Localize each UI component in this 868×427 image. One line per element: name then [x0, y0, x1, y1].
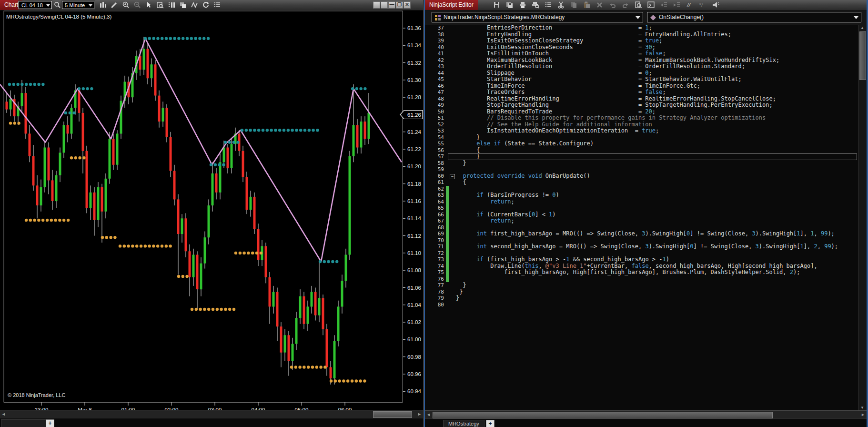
titlebar-button[interactable] — [373, 1, 380, 9]
find-icon[interactable] — [634, 1, 643, 9]
save-all-icon[interactable] — [505, 1, 514, 9]
minimize-button[interactable]: — — [388, 1, 395, 9]
instrument-selector[interactable]: CL 04-18 — [19, 1, 52, 9]
code-line-49[interactable]: 49 StopTargetHandling = StopTargetHandli… — [425, 102, 858, 109]
interval-selector[interactable]: 5 Minute — [62, 1, 94, 9]
properties-icon[interactable] — [544, 1, 553, 9]
zoom-out-icon[interactable] — [133, 1, 141, 9]
chart-style-icon[interactable] — [99, 1, 107, 9]
code-line-39[interactable]: 39 IsExitOnSessionCloseStrategy = true; — [425, 38, 858, 44]
code-line-56[interactable]: 56 { — [425, 147, 858, 154]
scroll-left-icon[interactable]: ◄ — [426, 412, 431, 417]
code-line-53[interactable]: 53 IsInstantiatedOnEachOptimizationItera… — [425, 128, 858, 134]
uncomment-icon[interactable]: */ — [698, 1, 707, 9]
code-line-57[interactable]: 57 } — [425, 153, 858, 160]
code-line-42[interactable]: 42 MaximumBarsLookBack = MaximumBarsLook… — [425, 57, 858, 64]
code-line-64[interactable]: 64 return; — [425, 199, 858, 205]
chart-new-tab-button[interactable]: + — [46, 419, 54, 427]
paste-icon[interactable] — [583, 1, 591, 9]
code-line-51[interactable]: 51 // Disable this property for performa… — [425, 115, 858, 122]
chart-tab[interactable] — [1, 419, 52, 427]
zoom-in-icon[interactable] — [121, 1, 130, 9]
code-line-47[interactable]: 47 TraceOrders = false; — [425, 89, 858, 96]
scroll-left-icon[interactable]: ◄ — [1, 412, 6, 417]
code-line-62[interactable]: 62 — [425, 186, 858, 193]
redo-icon[interactable] — [621, 1, 630, 9]
code-line-60[interactable]: 60− protected override void OnBarUpdate(… — [425, 173, 858, 180]
fold-collapse-icon[interactable]: − — [449, 173, 456, 180]
copy-icon[interactable] — [570, 1, 578, 9]
scroll-down-icon[interactable]: ▼ — [860, 406, 864, 410]
print-preview-icon[interactable] — [531, 1, 540, 9]
editor-new-tab-button[interactable]: + — [486, 420, 495, 427]
code-line-52[interactable]: 52 // See the Help Guide for additional … — [425, 122, 858, 128]
code-line-43[interactable]: 43 OrderFillResolution = OrderFillResolu… — [425, 63, 858, 70]
editor-horizontal-scrollbar[interactable]: ◄ ► — [425, 410, 867, 419]
titlebar-button[interactable] — [381, 1, 388, 9]
code-line-66[interactable]: 66 if (CurrentBars[0] < 1) — [425, 212, 858, 218]
code-line-77[interactable]: 77 } — [425, 282, 858, 289]
editor-tab-mrostrategy[interactable]: MROstrategy — [443, 420, 484, 427]
comment-icon[interactable]: // — [686, 1, 694, 9]
code-line-50[interactable]: 50 BarsRequiredToTrade = 20; — [425, 109, 858, 115]
properties-icon[interactable] — [213, 1, 222, 9]
code-line-67[interactable]: 67 return; — [425, 218, 858, 224]
code-line-48[interactable]: 48 RealtimeErrorHandling = RealtimeError… — [425, 96, 858, 102]
close-button[interactable]: ✕ — [404, 1, 411, 9]
code-line-54[interactable]: 54 } — [425, 134, 858, 141]
code-line-80[interactable]: 80 — [425, 302, 858, 308]
code-line-38[interactable]: 38 EntryHandling = EntryHandling.AllEntr… — [425, 31, 858, 38]
code-line-74[interactable]: 74 Draw.Line(this, @"v3 Line_1"+CurrentB… — [425, 263, 858, 270]
code-line-44[interactable]: 44 Slippage = 0; — [425, 70, 858, 77]
scroll-right-icon[interactable]: ► — [861, 412, 865, 417]
code-editor[interactable]: 37 EntriesPerDirection = 1;38 EntryHandl… — [425, 25, 858, 411]
editor-vertical-scrollbar[interactable]: ▲ ▼ — [858, 25, 867, 411]
class-dropdown[interactable]: NinjaTrader.NinjaScript.Strategies.MROst… — [432, 12, 643, 22]
cut-icon[interactable] — [557, 1, 565, 9]
code-line-63[interactable]: 63 if (BarsInProgress != 0) — [425, 192, 858, 199]
editor-vscrollbar-thumb[interactable] — [859, 31, 866, 80]
code-line-76[interactable]: 76 — [425, 276, 858, 283]
code-line-46[interactable]: 46 TimeInForce = TimeInForce.Gtc; — [425, 83, 858, 90]
code-line-45[interactable]: 45 StartBehavior = StartBehavior.WaitUnt… — [425, 76, 858, 83]
code-line-78[interactable]: 78 } — [425, 289, 858, 295]
code-line-75[interactable]: 75 first_high_barsAgo, High[first_high_b… — [425, 269, 858, 276]
reload-icon[interactable] — [202, 1, 210, 9]
chart-horizontal-scrollbar[interactable]: ◄ ► — [0, 410, 423, 418]
code-line-69[interactable]: 69 int first_high_barsAgo = MRO(() => Sw… — [425, 231, 858, 237]
grid-icon[interactable] — [167, 1, 176, 9]
compile-icon[interactable] — [711, 1, 720, 9]
data-box-icon[interactable] — [156, 1, 164, 9]
code-line-59[interactable]: 59 — [425, 166, 858, 173]
code-line-71[interactable]: 71 int second_high_barsAgo = MRO(() => S… — [425, 244, 858, 250]
print-icon[interactable] — [518, 1, 527, 9]
cursor-icon[interactable] — [144, 1, 153, 9]
pencil-icon[interactable] — [110, 1, 119, 9]
scroll-right-icon[interactable]: ► — [417, 412, 422, 417]
restore-button[interactable]: ❐ — [396, 1, 403, 9]
delete-icon[interactable] — [595, 1, 604, 9]
output-icon[interactable] — [647, 1, 656, 9]
undo-icon[interactable] — [608, 1, 617, 9]
save-icon[interactable] — [493, 1, 501, 9]
outdent-icon[interactable] — [660, 1, 668, 9]
method-dropdown[interactable]: OnStateChange() — [647, 12, 861, 22]
code-line-55[interactable]: 55 else if (State == State.Configure) — [425, 141, 858, 147]
code-line-73[interactable]: 73 if (first_high_barsAgo > -1 && second… — [425, 256, 858, 263]
price-chart-canvas[interactable]: 61.3661.3461.3261.3061.2861.2661.2461.22… — [0, 10, 423, 418]
layers-icon[interactable] — [179, 1, 187, 9]
search-icon[interactable] — [53, 1, 61, 9]
code-line-72[interactable]: 72 — [425, 250, 858, 257]
chart-scrollbar-thumb[interactable] — [373, 411, 412, 418]
code-line-61[interactable]: 61 { — [425, 179, 858, 186]
code-line-65[interactable]: 65 — [425, 205, 858, 212]
code-line-41[interactable]: 41 IsFillLimitOnTouch = false; — [425, 51, 858, 57]
code-line-40[interactable]: 40 ExitOnSessionCloseSeconds = 30; — [425, 44, 858, 51]
code-line-70[interactable]: 70 — [425, 237, 858, 244]
editor-scrollbar-thumb[interactable] — [433, 412, 773, 418]
code-line-79[interactable]: 79} — [425, 295, 858, 302]
code-line-68[interactable]: 68 — [425, 224, 858, 231]
scroll-up-icon[interactable]: ▲ — [860, 26, 864, 30]
code-line-37[interactable]: 37 EntriesPerDirection = 1; — [425, 25, 858, 31]
code-line-58[interactable]: 58 } — [425, 160, 858, 167]
